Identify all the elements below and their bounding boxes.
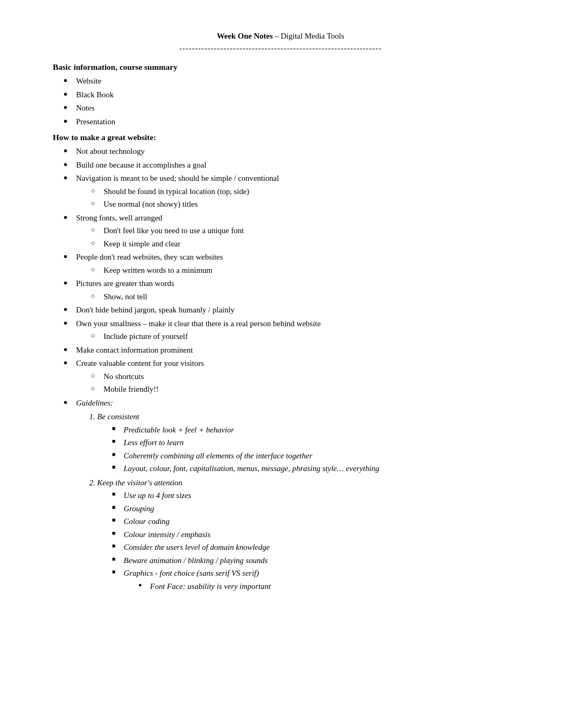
list-item: Graphics - font choice (sans serif VS se… (112, 567, 508, 592)
list-item: Build one because it accomplishes a goal (63, 159, 508, 171)
list-item: Mobile friendly!! (91, 383, 508, 395)
list-item: Coherently combining all elements of the… (112, 450, 508, 462)
section-basic-info: Basic information, course summary Websit… (53, 62, 508, 127)
page-title: Week One Notes – Digital Media Tools (53, 32, 508, 41)
list-item: Strong fonts, well arranged Don't feel l… (63, 212, 508, 250)
list-item: Show, not tell (91, 291, 508, 303)
sub-list: Show, not tell (76, 291, 508, 303)
sub-list: Should be found in typical location (top… (76, 186, 508, 210)
list-item: Less effort to learn (112, 437, 508, 449)
title-bold: Week One Notes (217, 32, 273, 40)
list-item: Colour coding (112, 515, 508, 528)
list-item: Layout, colour, font, capitalisation, me… (112, 463, 508, 475)
section-how-to: How to make a great website: Not about t… (53, 133, 508, 592)
title-normal: – Digital Media Tools (273, 32, 344, 40)
list-item-guidelines: Guidelines: Be consistent Predictable lo… (63, 397, 508, 593)
list-item: No shortcuts (91, 371, 508, 383)
list-item: Predictable look + feel + behavior (112, 424, 508, 436)
divider: ----------------------------------------… (53, 44, 508, 53)
list-item: Should be found in typical location (top… (91, 186, 508, 198)
list-item: Make contact information prominent (63, 344, 508, 356)
list-item: Font Face: usability is very important (138, 580, 508, 593)
list-item: Notes (63, 102, 508, 114)
section-heading-how-to: How to make a great website: (53, 133, 508, 142)
basic-info-list: Website Black Book Notes Presentation (53, 75, 508, 127)
guidelines-ordered-list: Be consistent Predictable look + feel + … (76, 411, 508, 592)
list-item: Own your smallness – make it clear that … (63, 318, 508, 343)
list-item: Not about technology (63, 145, 508, 158)
guidelines-label: Guidelines: (76, 399, 113, 407)
list-item: Use up to 4 font sizes (112, 490, 508, 502)
list-item: Don't feel like you need to use a unique… (91, 225, 508, 237)
sub-list: Don't feel like you need to use a unique… (76, 225, 508, 250)
list-item: Grouping (112, 503, 508, 515)
sub-list: Font Face: usability is very important (124, 580, 508, 593)
how-to-list: Not about technology Build one because i… (53, 145, 508, 592)
list-item: Colour intensity / emphasis (112, 529, 508, 541)
list-item: Keep written words to a minimum (91, 264, 508, 277)
list-item: Website (63, 75, 508, 87)
list-item: Keep the visitor's attention Use up to 4… (97, 477, 508, 593)
list-item: Be consistent Predictable look + feel + … (97, 411, 508, 475)
list-item: People don't read websites, they scan we… (63, 251, 508, 276)
list-item: Use normal (not showy) titles (91, 198, 508, 210)
list-item: Create valuable content for your visitor… (63, 357, 508, 395)
sub-list: Use up to 4 font sizes Grouping Colour c… (97, 490, 508, 592)
sub-list: Predictable look + feel + behavior Less … (97, 424, 508, 475)
sub-list: Include picture of yourself (76, 330, 508, 343)
list-item: Consider the users level of domain knowl… (112, 541, 508, 554)
list-item: Include picture of yourself (91, 330, 508, 343)
list-item: Black Book (63, 89, 508, 101)
list-item: Navigation is meant to be used; should b… (63, 172, 508, 210)
list-item: Beware animation / blinking / playing so… (112, 555, 508, 567)
list-item: Presentation (63, 116, 508, 128)
sub-list: Keep written words to a minimum (76, 264, 508, 277)
list-item: Keep it simple and clear (91, 238, 508, 250)
section-heading-basic-info: Basic information, course summary (53, 62, 508, 72)
sub-list: No shortcuts Mobile friendly!! (76, 371, 508, 395)
list-item: Pictures are greater than words Show, no… (63, 278, 508, 302)
page-container: Week One Notes – Digital Media Tools ---… (53, 32, 508, 592)
list-item: Don't hide behind jargon, speak humanly … (63, 304, 508, 316)
